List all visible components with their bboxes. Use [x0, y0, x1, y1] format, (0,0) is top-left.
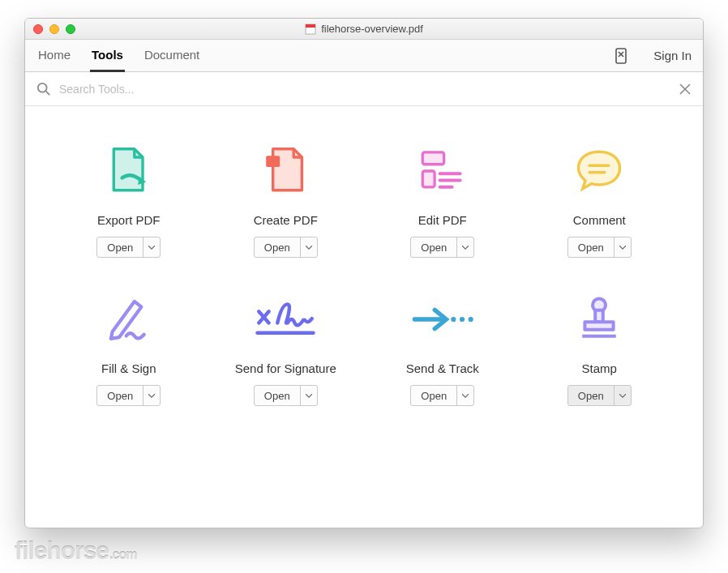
open-label[interactable]: Open — [411, 386, 457, 405]
open-label[interactable]: Open — [97, 237, 143, 257]
sign-in-link[interactable]: Sign In — [653, 49, 692, 62]
open-label[interactable]: Open — [97, 386, 143, 405]
tool-title: Comment — [573, 213, 626, 227]
tool-card-create-pdf: Create PDF Open — [212, 139, 361, 258]
tool-title: Fill & Sign — [101, 361, 156, 375]
svg-point-5 — [38, 83, 47, 92]
tool-card-edit-pdf: Edit PDF Open — [368, 139, 517, 258]
tool-card-export-pdf: Export PDF Open — [54, 139, 203, 258]
edit-pdf-icon — [410, 139, 475, 203]
app-window: filehorse-overview.pdf Home Tools Docume… — [24, 18, 704, 528]
watermark-brand: filehorse — [15, 537, 109, 565]
tab-tools[interactable]: Tools — [90, 40, 125, 72]
dropdown-caret-icon[interactable] — [615, 386, 631, 405]
tool-title: Edit PDF — [418, 213, 467, 227]
svg-rect-9 — [266, 156, 280, 167]
open-label[interactable]: Open — [411, 237, 457, 257]
titlebar: filehorse-overview.pdf — [25, 19, 703, 40]
open-button-fill-sign[interactable]: Open — [96, 385, 161, 406]
svg-point-21 — [451, 317, 456, 322]
tool-card-comment: Comment Open — [525, 139, 674, 258]
open-label[interactable]: Open — [568, 237, 615, 257]
stamp-icon — [567, 287, 632, 352]
dropdown-caret-icon[interactable] — [457, 237, 473, 257]
create-pdf-icon — [253, 139, 318, 203]
svg-rect-10 — [422, 152, 443, 165]
svg-point-22 — [460, 317, 465, 322]
window-title: filehorse-overview.pdf — [321, 23, 423, 35]
open-label[interactable]: Open — [255, 237, 301, 257]
svg-rect-1 — [306, 24, 315, 28]
watermark-tld: .com — [109, 548, 136, 562]
tool-title: Send & Track — [406, 361, 479, 375]
svg-rect-2 — [616, 49, 626, 63]
open-button-export-pdf[interactable]: Open — [96, 237, 161, 258]
dropdown-caret-icon[interactable] — [457, 386, 473, 405]
tool-card-send-track: Send & Track Open — [368, 287, 517, 406]
open-button-stamp[interactable]: Open — [567, 385, 632, 406]
tool-title: Send for Signature — [235, 361, 336, 375]
dropdown-caret-icon[interactable] — [301, 237, 317, 257]
open-button-send-signature[interactable]: Open — [254, 385, 318, 406]
tool-card-stamp: Stamp Open — [525, 287, 674, 406]
tool-card-send-signature: Send for Signature Open — [212, 287, 361, 406]
dropdown-caret-icon[interactable] — [615, 237, 631, 257]
send-track-icon — [410, 287, 475, 352]
open-label[interactable]: Open — [568, 386, 615, 405]
comment-icon — [567, 139, 632, 203]
tab-bar: Home Tools Document Sign In — [25, 40, 703, 72]
tool-title: Export PDF — [97, 213, 161, 227]
window-minimize-button[interactable] — [49, 24, 59, 34]
dropdown-caret-icon[interactable] — [143, 386, 160, 405]
pdf-icon — [305, 24, 316, 35]
send-signature-icon — [253, 287, 318, 352]
tab-home[interactable]: Home — [36, 40, 72, 72]
window-zoom-button[interactable] — [66, 24, 75, 34]
svg-point-23 — [468, 317, 473, 322]
clear-search-icon[interactable] — [679, 83, 692, 96]
fill-sign-icon — [96, 287, 161, 352]
open-button-edit-pdf[interactable]: Open — [410, 237, 474, 258]
tool-card-fill-sign: Fill & Sign Open — [54, 287, 203, 406]
tools-panel[interactable]: Export PDF Open Create PDF — [25, 106, 703, 528]
export-pdf-icon — [96, 139, 161, 203]
dropdown-caret-icon[interactable] — [143, 237, 160, 257]
dropdown-caret-icon[interactable] — [301, 386, 317, 405]
open-button-send-track[interactable]: Open — [410, 385, 474, 406]
search-input[interactable] — [59, 83, 670, 96]
svg-rect-25 — [595, 310, 603, 322]
window-close-button[interactable] — [33, 24, 43, 34]
tool-title: Create PDF — [254, 213, 318, 227]
open-button-create-pdf[interactable]: Open — [254, 237, 318, 258]
search-bar — [25, 72, 703, 106]
open-label[interactable]: Open — [255, 386, 301, 405]
open-button-comment[interactable]: Open — [567, 237, 632, 258]
svg-line-6 — [46, 91, 50, 95]
watermark: filehorse .com — [15, 537, 136, 565]
svg-rect-0 — [306, 24, 315, 34]
mobile-link-icon[interactable] — [615, 47, 627, 65]
tool-title: Stamp — [582, 361, 617, 375]
search-icon — [36, 82, 51, 96]
tab-document[interactable]: Document — [143, 40, 201, 72]
svg-rect-11 — [422, 171, 435, 187]
